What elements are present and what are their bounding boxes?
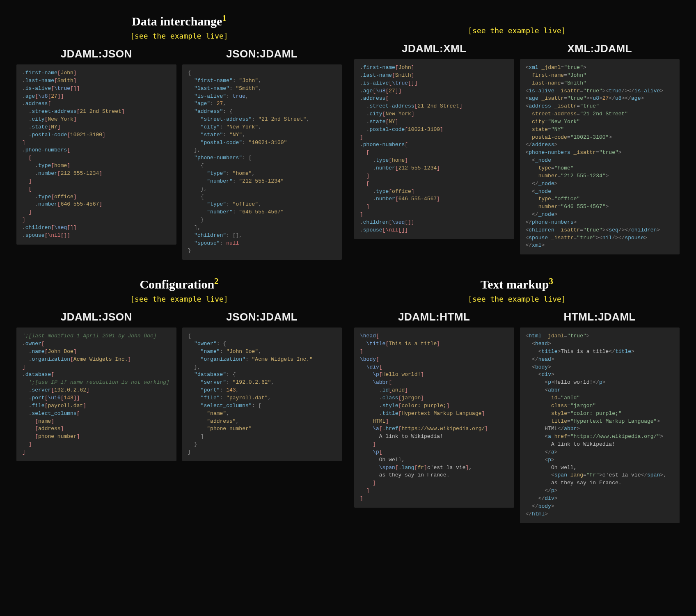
code-html-jdaml: <html _jdaml="true"> <head> <title>This …	[520, 327, 680, 523]
code-jdaml-json-1: .first-name[John] .last-name[Smith] .is-…	[16, 64, 176, 245]
code-json-jdaml-2: { "owner": { "name": "John Doe", "organi…	[182, 327, 342, 461]
code-jdaml-xml: .first-name[John] .last-name[Smith] .is-…	[354, 59, 514, 239]
heading-data-interchange: Data interchange1	[16, 13, 342, 28]
code-xml-jdaml: <xml _jdaml="true"> first-name="John" la…	[520, 59, 680, 254]
see-live-link-3[interactable]: [see the example live]	[16, 295, 342, 303]
col-jdaml-html: JDAML:HTML	[354, 311, 514, 323]
col-jdaml-json-2: JDAML:JSON	[16, 311, 176, 323]
code-json-jdaml-1: { "first-name": "John", "last-name": "Sm…	[182, 64, 342, 260]
see-live-link-2[interactable]: [see the example live]	[354, 26, 680, 35]
configuration-group: Configuration2 [see the example live] JD…	[16, 271, 342, 523]
col-jdaml-xml: JDAML:XML	[354, 42, 514, 55]
heading-text: Configuration	[140, 277, 214, 291]
col-json-jdaml-2: JSON:JDAML	[182, 311, 342, 323]
see-live-link-4[interactable]: [see the example live]	[354, 295, 680, 303]
code-jdaml-json-2: ';[last modified 1 April 2001 by John Do…	[16, 327, 176, 461]
col-html-jdaml: HTML:JDAML	[520, 311, 680, 323]
text-markup-group: Text markup3 [see the example live] JDAM…	[354, 271, 680, 523]
heading-text: Data interchange	[132, 14, 222, 28]
footnote-1: 1	[222, 13, 227, 23]
code-jdaml-html: \head[ \title[This is a title] ] \body[ …	[354, 327, 514, 508]
data-interchange-right-group: [see the example live] JDAML:XML .first-…	[354, 8, 680, 260]
col-xml-jdaml: XML:JDAML	[520, 42, 680, 55]
footnote-3: 3	[549, 276, 553, 286]
col-jdaml-json: JDAML:JSON	[16, 48, 176, 60]
heading-text-markup: Text markup3	[354, 276, 680, 291]
heading-configuration: Configuration2	[16, 276, 342, 291]
data-interchange-left-group: Data interchange1 [see the example live]…	[16, 8, 342, 260]
see-live-link-1[interactable]: [see the example live]	[16, 32, 342, 40]
col-json-jdaml: JSON:JDAML	[182, 48, 342, 60]
heading-text: Text markup	[481, 277, 549, 291]
footnote-2: 2	[214, 276, 219, 286]
